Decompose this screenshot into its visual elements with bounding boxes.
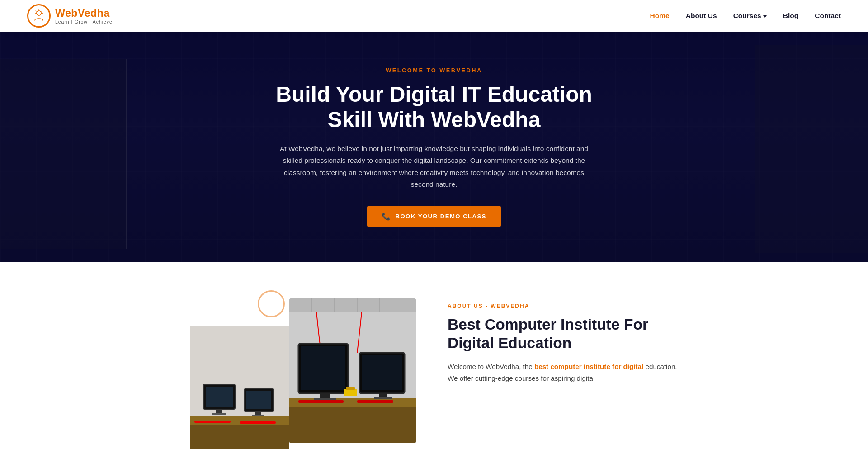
- svg-rect-37: [298, 400, 344, 403]
- nav-link-home[interactable]: Home: [650, 12, 670, 19]
- svg-rect-29: [320, 393, 330, 398]
- svg-rect-18: [240, 421, 276, 424]
- lab-image-front: [289, 298, 416, 443]
- logo-svg: [32, 9, 46, 23]
- nav-link-courses[interactable]: Courses: [733, 12, 767, 20]
- lab-image-back: [190, 326, 289, 449]
- decorative-circle: [258, 290, 285, 317]
- svg-rect-14: [246, 391, 271, 409]
- svg-rect-28: [301, 346, 345, 390]
- svg-rect-38: [357, 400, 393, 403]
- svg-rect-12: [212, 413, 226, 415]
- svg-rect-33: [379, 393, 387, 397]
- hero-content: WELCOME TO WEBVEDHA Build Your Digital I…: [267, 67, 601, 227]
- about-images: [190, 298, 416, 449]
- logo-text: WebVedha Learn | Grow | Achieve: [55, 7, 113, 24]
- nav-item-blog[interactable]: Blog: [783, 12, 798, 20]
- svg-rect-35: [344, 389, 357, 396]
- svg-rect-30: [314, 398, 336, 400]
- nav-item-home[interactable]: Home: [650, 12, 670, 20]
- about-text: ABOUT US - WEBVEDHA Best Computer Instit…: [448, 298, 678, 384]
- svg-rect-11: [216, 409, 222, 413]
- demo-button-label: BOOK YOUR DEMO CLASS: [395, 213, 486, 220]
- svg-rect-15: [255, 411, 261, 415]
- logo-name: WebVedha: [55, 7, 113, 19]
- svg-rect-34: [374, 397, 392, 399]
- svg-line-2: [41, 11, 42, 12]
- svg-line-3: [36, 11, 37, 12]
- about-section: ABOUT US - WEBVEDHA Best Computer Instit…: [0, 262, 868, 449]
- nav-link-blog[interactable]: Blog: [783, 12, 798, 19]
- about-title: Best Computer Institute For Digital Educ…: [448, 316, 678, 353]
- navbar: WebVedha Learn | Grow | Achieve Home Abo…: [0, 0, 868, 32]
- svg-rect-36: [346, 387, 355, 390]
- svg-rect-17: [194, 421, 231, 423]
- svg-rect-10: [206, 387, 233, 407]
- hero-description: At WebVedha, we believe in not just impa…: [276, 143, 592, 191]
- nav-item-courses[interactable]: Courses: [733, 12, 767, 20]
- svg-rect-8: [190, 425, 289, 449]
- nav-links: Home About Us Courses Blog Contact: [650, 12, 841, 20]
- svg-point-0: [37, 11, 42, 16]
- logo-tagline: Learn | Grow | Achieve: [55, 19, 113, 24]
- svg-rect-16: [252, 415, 264, 416]
- about-label: ABOUT US - WEBVEDHA: [448, 303, 678, 309]
- nav-item-about[interactable]: About Us: [686, 12, 717, 20]
- svg-rect-20: [289, 298, 416, 312]
- book-demo-button[interactable]: 📞 BOOK YOUR DEMO CLASS: [367, 206, 501, 227]
- nav-item-contact[interactable]: Contact: [815, 12, 841, 20]
- about-image-front: [289, 298, 416, 443]
- hero-section: WELCOME TO WEBVEDHA Build Your Digital I…: [0, 32, 868, 262]
- logo[interactable]: WebVedha Learn | Grow | Achieve: [27, 4, 113, 28]
- hero-welcome-text: WELCOME TO WEBVEDHA: [276, 67, 592, 74]
- phone-icon: 📞: [382, 212, 392, 221]
- nav-link-contact[interactable]: Contact: [815, 12, 841, 19]
- hero-left-building: [0, 59, 127, 249]
- hero-title: Build Your Digital IT Education Skill Wi…: [276, 82, 592, 133]
- nav-link-about[interactable]: About Us: [686, 12, 717, 19]
- chevron-down-icon: [763, 15, 767, 18]
- svg-rect-26: [289, 407, 416, 443]
- lab-svg-back: [190, 326, 289, 449]
- svg-rect-32: [362, 355, 402, 390]
- logo-icon: [27, 4, 51, 28]
- about-image-back: [190, 326, 289, 449]
- lab-svg-front: [289, 298, 416, 443]
- hero-right-building: [755, 45, 868, 253]
- about-description: Welcome to WebVedha, the best computer i…: [448, 361, 678, 384]
- about-content: ABOUT US - WEBVEDHA Best Computer Instit…: [163, 262, 705, 449]
